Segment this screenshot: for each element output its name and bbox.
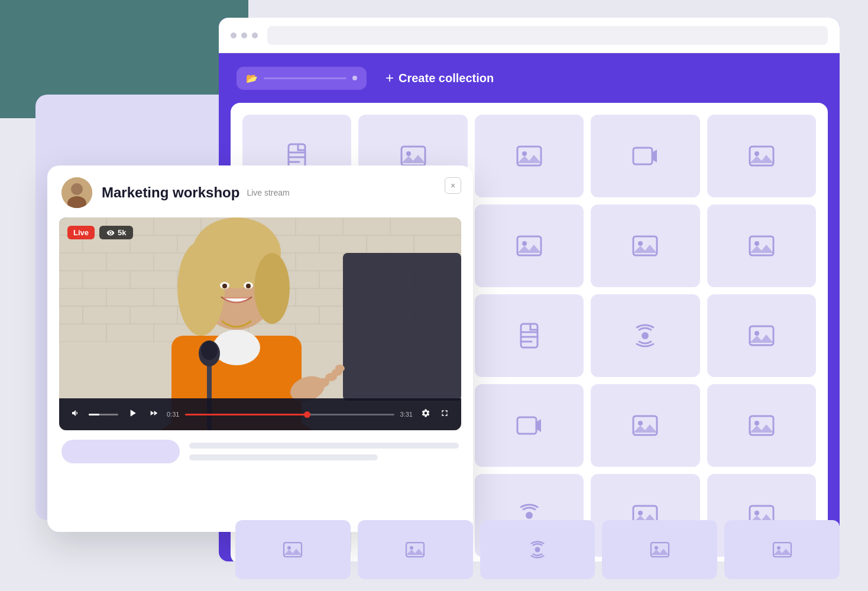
address-bar[interactable] <box>267 26 828 45</box>
grid-cell-19[interactable] <box>707 384 816 467</box>
player-subtitle: Live stream <box>247 188 289 197</box>
views-badge: 5k <box>99 226 133 239</box>
player-header: Marketing workshop Live stream × <box>47 165 473 217</box>
bottom-line-2 <box>189 454 378 460</box>
browser-chrome <box>219 18 840 53</box>
svg-point-142 <box>655 546 658 550</box>
svg-rect-0 <box>289 144 305 168</box>
grid-cell-14[interactable] <box>707 294 816 377</box>
svg-point-118 <box>213 330 260 365</box>
video-area: Live 5k 0:3 <box>59 217 461 430</box>
bottom-grid-row <box>219 520 856 579</box>
grid-cell-2[interactable] <box>475 115 584 197</box>
svg-point-40 <box>638 511 643 515</box>
player-bottom <box>47 430 473 473</box>
bottom-row-cell-0[interactable] <box>235 520 351 579</box>
svg-point-139 <box>410 546 413 550</box>
browser-dots <box>231 33 258 38</box>
views-count: 5k <box>118 228 126 237</box>
svg-point-14 <box>638 241 643 246</box>
svg-point-123 <box>254 253 290 324</box>
current-time: 0:31 <box>167 411 179 418</box>
progress-dot <box>304 411 310 418</box>
svg-point-130 <box>201 341 218 360</box>
browser-toolbar: 📂 + Create collection <box>219 53 840 103</box>
svg-point-24 <box>754 331 759 336</box>
svg-rect-21 <box>521 324 537 348</box>
create-collection-button[interactable]: + Create collection <box>378 65 501 91</box>
controls-right <box>419 407 452 421</box>
bottom-lines <box>189 443 459 460</box>
volume-slider[interactable] <box>89 414 118 415</box>
grid-cell-3[interactable] <box>591 115 699 197</box>
bottom-row-cell-1[interactable] <box>358 520 473 579</box>
svg-point-12 <box>522 241 527 246</box>
grid-cell-12[interactable] <box>475 294 584 377</box>
svg-rect-115 <box>343 253 461 401</box>
play-button[interactable] <box>124 406 141 423</box>
folder-icon: 📂 <box>246 73 258 84</box>
close-button[interactable]: × <box>445 177 461 194</box>
grid-cell-8[interactable] <box>591 204 699 287</box>
video-controls[interactable]: 0:31 3:31 <box>59 398 461 430</box>
grid-cell-18[interactable] <box>591 384 699 467</box>
svg-point-137 <box>287 546 291 550</box>
browser-dot-1 <box>231 33 237 38</box>
progress-bar[interactable] <box>185 414 394 415</box>
player-card: Marketing workshop Live stream × <box>47 165 473 532</box>
svg-point-22 <box>642 332 649 339</box>
volume-fill <box>89 414 99 415</box>
svg-point-144 <box>777 546 780 550</box>
grid-cell-9[interactable] <box>707 204 816 287</box>
volume-button[interactable] <box>69 407 83 421</box>
svg-point-126 <box>222 284 227 288</box>
bottom-pill <box>61 440 180 463</box>
progress-fill <box>185 414 310 415</box>
svg-point-38 <box>526 512 533 519</box>
header-text: Marketing workshop Live stream <box>102 184 290 201</box>
settings-button[interactable] <box>419 407 433 421</box>
search-bar-line <box>264 77 346 79</box>
player-title: Marketing workshop <box>102 184 239 201</box>
create-collection-label: Create collection <box>399 72 494 85</box>
plus-icon: + <box>386 70 394 86</box>
svg-point-140 <box>535 547 540 553</box>
avatar <box>61 177 92 208</box>
svg-point-7 <box>754 151 759 156</box>
svg-rect-29 <box>517 417 536 434</box>
avatar-image <box>61 177 92 208</box>
search-bar-dot <box>352 76 357 80</box>
svg-rect-5 <box>633 148 652 164</box>
browser-dot-2 <box>241 33 247 38</box>
svg-point-16 <box>754 241 759 246</box>
live-badge: Live <box>67 226 95 239</box>
svg-point-2 <box>406 151 411 156</box>
bottom-row-cell-4[interactable] <box>724 520 840 579</box>
grid-cell-17[interactable] <box>475 384 584 467</box>
grid-cell-13[interactable] <box>591 294 699 377</box>
eye-icon <box>106 229 115 237</box>
bottom-row-cell-3[interactable] <box>602 520 717 579</box>
svg-point-53 <box>71 183 83 195</box>
svg-point-127 <box>246 284 251 288</box>
search-bar[interactable]: 📂 <box>237 67 367 90</box>
bottom-row-cell-2[interactable] <box>480 520 595 579</box>
total-time: 3:31 <box>400 411 413 418</box>
fast-forward-button[interactable] <box>147 407 161 421</box>
svg-point-4 <box>522 151 527 156</box>
svg-point-33 <box>754 421 759 426</box>
grid-cell-7[interactable] <box>475 204 584 287</box>
fullscreen-button[interactable] <box>438 407 452 421</box>
svg-point-31 <box>638 421 643 426</box>
svg-point-42 <box>754 511 759 515</box>
video-badges: Live 5k <box>67 226 133 239</box>
bottom-line-1 <box>189 443 459 449</box>
svg-point-122 <box>177 241 225 336</box>
browser-dot-3 <box>252 33 258 38</box>
volume-line <box>89 414 118 415</box>
grid-cell-4[interactable] <box>707 115 816 197</box>
